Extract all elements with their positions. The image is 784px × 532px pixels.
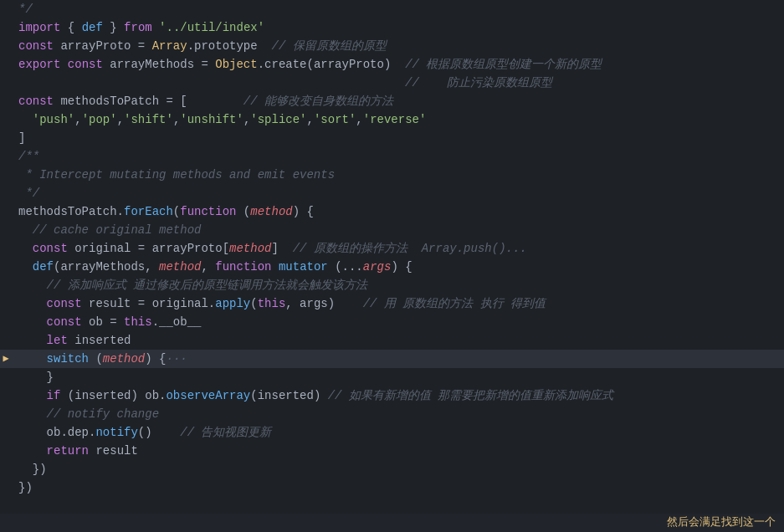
code-line: // 添加响应式 通过修改后的原型链调用方法就会触发该方法 <box>0 276 784 294</box>
code-line: const original = arrayProto[method] // 原… <box>0 239 784 258</box>
line-content: let inserted <box>12 331 784 350</box>
line-arrow <box>0 18 12 37</box>
line-content: 'push','pop','shift','unshift','splice',… <box>12 110 784 129</box>
code-line: def(arrayMethods, method, function mutat… <box>0 258 784 276</box>
code-lines: */ import { def } from '../util/index' c… <box>0 0 784 497</box>
line-content: const methodsToPatch = [ // 能够改变自身数组的方法 <box>12 92 784 110</box>
line-arrow <box>0 423 12 442</box>
code-line: ob.dep.notify() // 告知视图更新 <box>0 423 784 442</box>
line-arrow <box>0 0 12 18</box>
code-line: }) <box>0 460 784 478</box>
code-line: // notify change <box>0 405 784 423</box>
line-content: * Intercept mutating methods and emit ev… <box>12 166 784 184</box>
code-line: // cache original method <box>0 221 784 239</box>
line-arrow <box>0 166 12 184</box>
line-arrow <box>0 405 12 423</box>
line-content: // cache original method <box>12 221 784 239</box>
line-content: ob.dep.notify() // 告知视图更新 <box>12 423 784 442</box>
code-line: // 防止污染原数组原型 <box>0 74 784 92</box>
line-content: return result <box>12 442 784 460</box>
line-arrow <box>0 386 12 405</box>
line-content: methodsToPatch.forEach(function (method)… <box>12 202 784 221</box>
line-arrow <box>0 129 12 147</box>
line-content: switch (method) {··· <box>12 350 784 368</box>
line-content: export const arrayMethods = Object.creat… <box>12 55 784 74</box>
line-arrow <box>0 202 12 221</box>
line-content: ] <box>12 129 784 147</box>
line-content: */ <box>12 0 784 18</box>
code-line: export const arrayMethods = Object.creat… <box>0 55 784 74</box>
line-content: /** <box>12 147 784 166</box>
line-arrow <box>0 294 12 313</box>
line-content: }) <box>12 478 784 497</box>
code-line: ] <box>0 129 784 147</box>
line-content: }) <box>12 460 784 478</box>
line-arrow <box>0 368 12 386</box>
line-content: // 添加响应式 通过修改后的原型链调用方法就会触发该方法 <box>12 276 784 294</box>
code-line: let inserted <box>0 331 784 350</box>
code-line: * Intercept mutating methods and emit ev… <box>0 166 784 184</box>
code-line: */ <box>0 0 784 18</box>
line-arrow <box>0 37 12 55</box>
line-content: */ <box>12 184 784 202</box>
code-line: const result = original.apply(this, args… <box>0 294 784 313</box>
code-editor: */ import { def } from '../util/index' c… <box>0 0 784 532</box>
code-line: }) <box>0 478 784 497</box>
line-arrow <box>0 74 12 92</box>
code-line: 'push','pop','shift','unshift','splice',… <box>0 110 784 129</box>
code-line: return result <box>0 442 784 460</box>
line-arrow <box>0 110 12 129</box>
line-arrow <box>0 442 12 460</box>
code-line: methodsToPatch.forEach(function (method)… <box>0 202 784 221</box>
line-content: } <box>12 368 784 386</box>
bottom-bar: 然后会满足找到这一个 <box>0 514 784 532</box>
code-line: const arrayProto = Array.prototype // 保留… <box>0 37 784 55</box>
line-arrow <box>0 239 12 258</box>
line-content: import { def } from '../util/index' <box>12 18 784 37</box>
line-arrow <box>0 55 12 74</box>
line-arrow <box>0 184 12 202</box>
code-line: /** <box>0 147 784 166</box>
code-line-highlighted: ▶ switch (method) {··· <box>0 350 784 368</box>
line-arrow <box>0 147 12 166</box>
line-content: const result = original.apply(this, args… <box>12 294 784 313</box>
line-content: const original = arrayProto[method] // 原… <box>12 239 784 258</box>
bottom-status-text: 然后会满足找到这一个 <box>667 514 776 532</box>
line-arrow <box>0 313 12 331</box>
code-line: */ <box>0 184 784 202</box>
line-content: // notify change <box>12 405 784 423</box>
line-content: def(arrayMethods, method, function mutat… <box>12 258 784 276</box>
line-content: const ob = this.__ob__ <box>12 313 784 331</box>
line-arrow <box>0 221 12 239</box>
line-content: // 防止污染原数组原型 <box>12 74 784 92</box>
line-arrow <box>0 460 12 478</box>
line-arrow <box>0 478 12 497</box>
line-arrow <box>0 331 12 350</box>
code-line: const methodsToPatch = [ // 能够改变自身数组的方法 <box>0 92 784 110</box>
code-line: } <box>0 368 784 386</box>
line-arrow <box>0 276 12 294</box>
code-line: import { def } from '../util/index' <box>0 18 784 37</box>
line-arrow <box>0 92 12 110</box>
code-line: const ob = this.__ob__ <box>0 313 784 331</box>
line-arrow <box>0 258 12 276</box>
code-line: if (inserted) ob.observeArray(inserted) … <box>0 386 784 405</box>
line-content: if (inserted) ob.observeArray(inserted) … <box>12 386 784 405</box>
line-content: const arrayProto = Array.prototype // 保留… <box>12 37 784 55</box>
line-arrow-current: ▶ <box>0 350 12 368</box>
